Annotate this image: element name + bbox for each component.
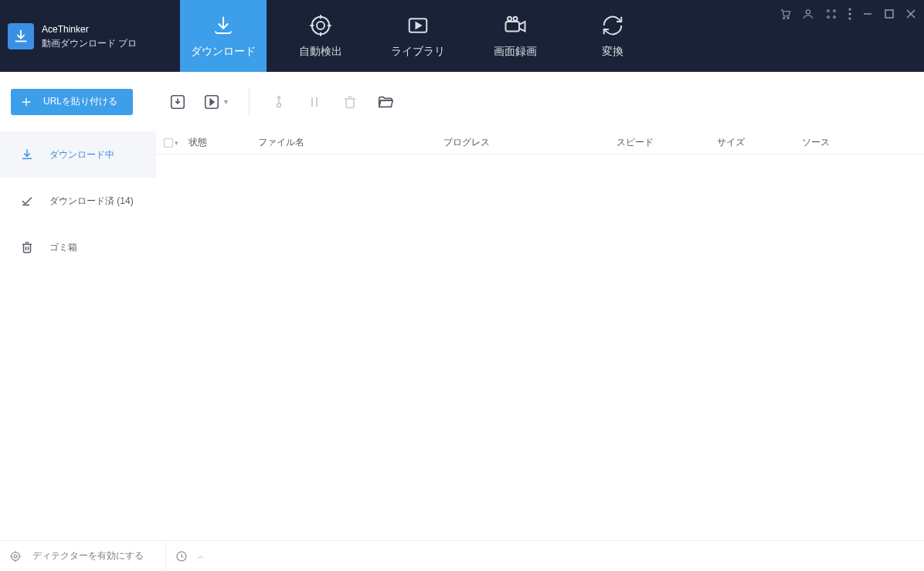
svg-point-7 [787, 17, 789, 19]
sidebar-item-label: ダウンロード済 (14) [49, 195, 134, 208]
download-icon [212, 14, 235, 37]
batch-download-button[interactable] [165, 90, 190, 114]
svg-point-4 [508, 16, 511, 20]
svg-point-21 [14, 555, 17, 558]
app-subtitle: 動画ダウンロード プロ [42, 36, 137, 50]
target-icon [9, 550, 22, 563]
detector-toggle[interactable]: ディテクターを有効にする [9, 549, 156, 563]
chevron-up-icon[interactable]: ︿ [197, 551, 205, 562]
convert-icon [601, 14, 624, 37]
svg-point-14 [849, 13, 851, 15]
detector-label: ディテクターを有効にする [32, 549, 144, 563]
svg-point-0 [312, 16, 330, 34]
user-icon[interactable] [802, 8, 814, 20]
svg-rect-3 [506, 22, 520, 32]
cart-icon[interactable] [779, 8, 791, 20]
sidebar-item-downloading[interactable]: ダウンロード中 [0, 131, 156, 178]
sidebar-item-downloaded[interactable]: ダウンロード済 (14) [0, 178, 156, 224]
column-size[interactable]: サイズ [717, 136, 802, 149]
sidebar-item-label: ゴミ箱 [49, 241, 77, 254]
nav-tab-label: 変換 [602, 45, 623, 59]
minimize-button[interactable] [862, 8, 873, 19]
camera-icon [504, 14, 527, 37]
sidebar-item-trash[interactable]: ゴミ箱 [0, 224, 156, 270]
app-title: AceThinker 動画ダウンロード プロ [42, 22, 137, 50]
nav-tab-label: ライブラリ [391, 45, 445, 59]
svg-rect-16 [885, 10, 893, 18]
paste-url-label: URLを貼り付ける [43, 95, 117, 108]
sidebar-item-label: ダウンロード中 [49, 148, 114, 161]
app-logo-icon [8, 23, 34, 49]
delete-button[interactable] [338, 90, 362, 114]
nav-tab-record[interactable]: 画面録画 [472, 0, 559, 72]
svg-point-5 [514, 16, 518, 20]
column-headers: ▾ 状態 ファイル名 プログレス スピード サイズ ソース [156, 131, 924, 155]
start-button[interactable] [267, 90, 291, 114]
nav-tab-convert[interactable]: 変換 [569, 0, 656, 72]
toolbar: URLを貼り付ける ▼ [0, 72, 924, 131]
app-logo-block: AceThinker 動画ダウンロード プロ [0, 0, 149, 72]
history-button[interactable] [175, 550, 188, 563]
maximize-button[interactable] [884, 8, 895, 19]
column-source[interactable]: ソース [802, 136, 895, 149]
status-bar: ディテクターを有効にする ︿ [0, 540, 924, 571]
nav-tabs: ダウンロード 自動検出 ライブラリ 画面録画 変換 [180, 0, 667, 72]
pause-button[interactable] [302, 90, 327, 114]
close-button[interactable] [905, 8, 916, 19]
chevron-down-icon: ▾ [175, 139, 178, 147]
svg-point-8 [806, 10, 810, 14]
window-controls [779, 8, 916, 20]
library-icon [406, 14, 430, 37]
svg-point-12 [834, 16, 836, 19]
content-area: ▾ 状態 ファイル名 プログレス スピード サイズ ソース [156, 131, 924, 540]
svg-point-9 [827, 10, 830, 12]
nav-tab-download[interactable]: ダウンロード [180, 0, 267, 72]
nav-tab-label: 自動検出 [299, 45, 342, 59]
open-folder-button[interactable] [373, 90, 398, 114]
plus-icon [20, 96, 32, 108]
svg-point-1 [317, 22, 324, 29]
app-brand: AceThinker [42, 22, 137, 36]
target-icon [309, 14, 332, 37]
app-header: AceThinker 動画ダウンロード プロ ダウンロード 自動検出 ライブラリ [0, 0, 924, 72]
svg-point-10 [834, 10, 836, 12]
svg-point-20 [12, 552, 20, 560]
main: ダウンロード中 ダウンロード済 (14) ゴミ箱 ▾ 状態 ファイル名 プログレ… [0, 131, 924, 540]
trash-icon [20, 240, 36, 254]
nav-tab-detect[interactable]: 自動検出 [277, 0, 364, 72]
column-filename[interactable]: ファイル名 [258, 136, 443, 149]
svg-point-15 [849, 18, 851, 20]
svg-point-19 [277, 103, 281, 107]
column-progress[interactable]: プログレス [443, 136, 617, 149]
svg-point-13 [849, 8, 851, 11]
svg-point-6 [783, 17, 785, 19]
check-icon [20, 194, 36, 208]
column-status[interactable]: 状態 [189, 136, 258, 149]
grid-icon[interactable] [825, 8, 837, 20]
sidebar: ダウンロード中 ダウンロード済 (14) ゴミ箱 [0, 131, 156, 540]
convert-settings-button[interactable]: ▼ [201, 90, 232, 114]
svg-point-11 [827, 16, 830, 19]
nav-tab-label: ダウンロード [191, 45, 256, 59]
paste-url-button[interactable]: URLを貼り付ける [11, 89, 133, 115]
toolbar-divider [249, 88, 250, 116]
more-icon[interactable] [848, 8, 851, 20]
nav-tab-label: 画面録画 [494, 45, 537, 59]
column-speed[interactable]: スピード [617, 136, 717, 149]
statusbar-divider [165, 541, 166, 571]
select-all-checkbox[interactable]: ▾ [164, 138, 189, 148]
nav-tab-library[interactable]: ライブラリ [375, 0, 461, 72]
chevron-down-icon: ▼ [223, 98, 229, 106]
download-icon [20, 148, 36, 161]
